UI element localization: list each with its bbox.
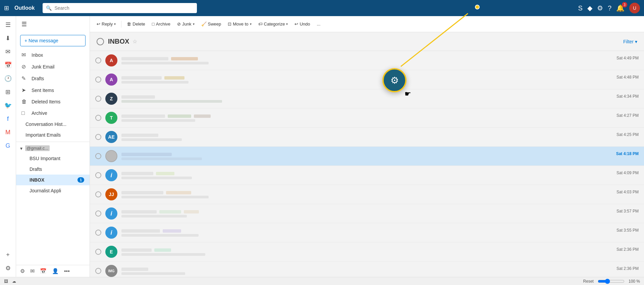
sidebar-item-conv-hist[interactable]: Conversation Hist... bbox=[16, 119, 90, 130]
email-row[interactable]: i Sat 4:09 PM bbox=[90, 166, 644, 185]
junk-dropdown-arrow[interactable]: ▾ bbox=[193, 22, 195, 26]
email-row[interactable]: A Sat 4:48 PM bbox=[90, 70, 644, 89]
sidebar-item-archive[interactable]: □ Archive bbox=[16, 107, 90, 119]
email-check[interactable] bbox=[95, 191, 101, 197]
nav-icon-google[interactable]: G bbox=[2, 140, 14, 152]
sidebar-item-deleted[interactable]: 🗑 Deleted Items bbox=[16, 96, 90, 107]
notifications-icon[interactable]: 🔔 3 bbox=[616, 4, 625, 12]
email-check[interactable] bbox=[95, 210, 101, 217]
email-row[interactable]: AE Sat 4:25 PM bbox=[90, 128, 644, 147]
email-row[interactable]: IMG Sat 2:36 PM bbox=[90, 262, 644, 277]
sidebar-item-sent[interactable]: ➤ Sent Items bbox=[16, 84, 90, 96]
email-check[interactable] bbox=[95, 134, 101, 140]
categorize-dropdown-arrow[interactable]: ▾ bbox=[286, 22, 288, 26]
skype-icon[interactable]: S bbox=[578, 4, 583, 12]
search-input[interactable] bbox=[54, 5, 194, 11]
gem-icon[interactable]: ◆ bbox=[587, 4, 592, 12]
nav-icon-menu[interactable]: ☰ bbox=[2, 19, 14, 31]
email-check[interactable] bbox=[95, 230, 101, 236]
sidebar-item-bsu[interactable]: BSU Important bbox=[16, 153, 90, 164]
avatar: i bbox=[105, 227, 117, 239]
statusbar-cloud-icon[interactable]: ☁ bbox=[12, 279, 16, 284]
grid-icon[interactable]: ⊞ bbox=[4, 4, 9, 12]
undo-button[interactable]: ↩ Undo bbox=[292, 20, 313, 28]
bottom-more-icon[interactable]: ••• bbox=[64, 268, 70, 274]
sidebar-item-junk[interactable]: ⊘ Junk Email bbox=[16, 61, 90, 73]
zoom-slider[interactable] bbox=[598, 279, 625, 284]
collapse-icon[interactable]: ▾ bbox=[20, 146, 22, 151]
bottom-mail-icon[interactable]: ✉ bbox=[30, 268, 35, 274]
more-button[interactable]: ... bbox=[314, 20, 323, 28]
email-check[interactable] bbox=[95, 57, 101, 63]
nav-icon-time[interactable]: 🕐 bbox=[2, 73, 14, 85]
statusbar-screenshot-icon[interactable]: 🖼 bbox=[4, 279, 8, 284]
nav-icon-gmail[interactable]: M bbox=[2, 126, 14, 138]
email-row[interactable]: A Sat 4:49 PM bbox=[90, 51, 644, 70]
sidebar-item-inbox-active[interactable]: INBOX 1 bbox=[16, 175, 90, 185]
email-row[interactable]: i Sat 3:55 PM bbox=[90, 223, 644, 242]
filter-chevron-icon: ▾ bbox=[635, 39, 637, 44]
nav-icon-twitter[interactable]: 🐦 bbox=[2, 99, 14, 111]
topbar: ⊞ Outlook 🔍 S ◆ ⚙ ? 🔔 3 U bbox=[0, 0, 644, 16]
sidebar-item-important[interactable]: Important Emails bbox=[16, 130, 90, 140]
bottom-settings-icon[interactable]: ⚙ bbox=[20, 268, 25, 274]
junk-button[interactable]: ⊘ Junk ▾ bbox=[174, 20, 197, 28]
email-check[interactable] bbox=[95, 77, 101, 83]
nav-icon-settings-bottom[interactable]: ⚙ bbox=[2, 262, 14, 274]
reset-label[interactable]: Reset bbox=[583, 279, 594, 284]
inbox-check-all[interactable] bbox=[97, 38, 104, 45]
statusbar: 🖼 ☁ Reset 100 % bbox=[0, 277, 644, 285]
move-to-button[interactable]: ⊡ Move to ▾ bbox=[225, 20, 254, 28]
avatar[interactable]: U bbox=[629, 3, 640, 13]
email-check[interactable] bbox=[95, 96, 101, 102]
move-dropdown-arrow[interactable]: ▾ bbox=[250, 22, 252, 26]
email-check[interactable] bbox=[95, 172, 101, 178]
categorize-button[interactable]: 🏷 Categorize ▾ bbox=[256, 20, 291, 28]
settings-circle-button[interactable]: ⚙ bbox=[382, 68, 407, 92]
reply-button[interactable]: ↩ Reply ▾ bbox=[94, 20, 118, 28]
email-row[interactable]: i Sat 3:57 PM bbox=[90, 204, 644, 223]
avatar: T bbox=[105, 112, 117, 124]
new-message-button[interactable]: + New message bbox=[20, 35, 86, 46]
statusbar-right: Reset 100 % bbox=[583, 279, 640, 284]
sweep-button[interactable]: 🧹 Sweep bbox=[199, 20, 224, 28]
email-row[interactable]: Sat 4:18 PM bbox=[90, 147, 644, 166]
nav-icon-grid[interactable]: ⊞ bbox=[2, 86, 14, 98]
bottom-calendar-icon[interactable]: 📅 bbox=[40, 268, 47, 274]
icon-sidebar: ☰ ⬇ ✉ 📅 🕐 ⊞ 🐦 f M G + ⚙ bbox=[0, 16, 16, 277]
email-row[interactable]: T Sat 4:27 PM bbox=[90, 108, 644, 128]
email-content bbox=[121, 133, 612, 141]
inbox-filter-button[interactable]: Filter ▾ bbox=[623, 39, 637, 44]
nav-icon-mail[interactable]: ✉ bbox=[2, 46, 14, 58]
email-check[interactable] bbox=[95, 153, 101, 159]
email-row[interactable]: Z Sat 4:34 PM bbox=[90, 89, 644, 108]
email-check[interactable] bbox=[95, 249, 101, 255]
nav-icon-facebook[interactable]: f bbox=[2, 113, 14, 125]
avatar: i bbox=[105, 169, 117, 181]
email-check[interactable] bbox=[95, 268, 101, 274]
email-list: A Sat 4:49 PM bbox=[90, 51, 644, 277]
sidebar-item-inbox[interactable]: ✉ Inbox bbox=[16, 49, 90, 61]
email-content bbox=[121, 248, 612, 256]
sidebar-item-journalist[interactable]: Journalist Appli bbox=[16, 185, 90, 196]
nav-icon-calendar[interactable]: 📅 bbox=[2, 59, 14, 71]
sidebar-item-drafts2[interactable]: Drafts bbox=[16, 164, 90, 175]
bottom-people-icon[interactable]: 👤 bbox=[52, 268, 59, 274]
email-row[interactable]: JJ Sat 4:03 PM bbox=[90, 185, 644, 204]
hamburger-icon[interactable]: ☰ bbox=[21, 20, 27, 28]
sidebar-item-sent-label: Sent Items bbox=[32, 88, 54, 93]
nav-icon-download[interactable]: ⬇ bbox=[2, 32, 14, 44]
email-check[interactable] bbox=[95, 115, 101, 121]
email-row[interactable]: E Sat 2:36 PM bbox=[90, 242, 644, 262]
inbox-star-icon[interactable]: ☆ bbox=[132, 38, 137, 45]
sidebar-item-drafts[interactable]: ✎ Drafts bbox=[16, 73, 90, 84]
settings-icon[interactable]: ⚙ bbox=[597, 4, 603, 12]
delete-button[interactable]: 🗑 Delete bbox=[124, 20, 148, 28]
gmail-group-header[interactable]: ▾ @gmail.c... bbox=[16, 143, 90, 153]
archive-button[interactable]: □ Archive bbox=[149, 20, 173, 28]
help-icon[interactable]: ? bbox=[608, 4, 611, 12]
nav-icon-add[interactable]: + bbox=[2, 249, 14, 261]
avatar: A bbox=[105, 74, 117, 86]
search-bar[interactable]: 🔍 bbox=[43, 3, 197, 13]
reply-dropdown-arrow[interactable]: ▾ bbox=[114, 22, 116, 26]
